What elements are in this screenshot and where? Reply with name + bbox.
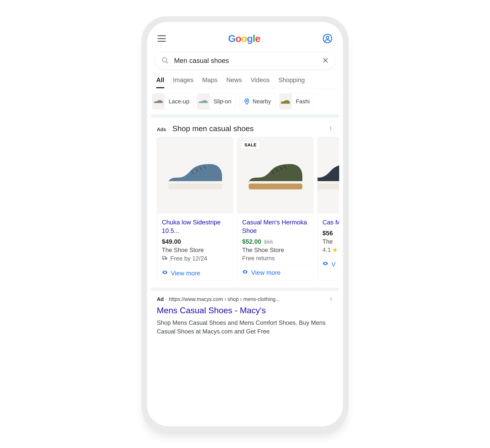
view-more-label: View more	[251, 269, 280, 276]
product-merchant: The Shoe Store	[162, 247, 228, 253]
product-returns: Free returns	[242, 255, 308, 262]
chip-label: Slip-on	[210, 98, 236, 105]
ad-description: Shop Mens Casual Shoes and Mens Comfort …	[157, 318, 333, 336]
chip-thumb-icon	[280, 94, 292, 109]
view-more-button[interactable]: View more	[237, 265, 313, 280]
svg-rect-6	[281, 103, 290, 104]
svg-point-8	[330, 128, 331, 129]
sale-badge: SALE	[241, 141, 260, 149]
screen: Google	[147, 22, 343, 426]
product-title[interactable]: Cas Mer	[323, 218, 339, 226]
product-image: SALE	[237, 137, 313, 213]
chip-label: Lace-up	[165, 98, 193, 105]
phone-frame: Google	[141, 16, 349, 432]
search-icon	[161, 57, 169, 64]
product-price: $49.00	[162, 238, 181, 245]
account-icon[interactable]	[323, 34, 332, 44]
filter-chips: Lace-up Slip-on Nearby	[151, 88, 339, 118]
svg-point-12	[163, 259, 164, 260]
chip-nearby[interactable]: Nearby	[239, 94, 276, 109]
svg-point-9	[330, 129, 331, 130]
shopping-header: Ads · Shop men casual shoes	[151, 118, 339, 137]
product-card[interactable]: Cas Mer $56 The 4.1 ★ V	[317, 137, 339, 281]
search-input[interactable]	[174, 57, 322, 64]
svg-point-16	[245, 271, 245, 272]
view-more-label: View more	[171, 269, 200, 277]
text-ad: Ad · https://www.macys.com › shop › mens…	[151, 291, 339, 336]
product-image	[317, 137, 339, 213]
svg-point-20	[331, 299, 331, 299]
svg-point-5	[246, 100, 247, 102]
tab-shopping[interactable]: Shopping	[278, 76, 305, 88]
eye-icon	[162, 269, 168, 277]
svg-rect-3	[154, 103, 163, 104]
clear-icon[interactable]	[322, 57, 329, 64]
map-pin-icon	[243, 98, 250, 105]
chip-label: Fashi	[292, 98, 314, 105]
menu-icon[interactable]	[158, 35, 166, 42]
google-logo[interactable]: Google	[228, 33, 260, 44]
dot-separator: ·	[166, 296, 167, 302]
star-icon: ★	[332, 246, 338, 253]
tab-videos[interactable]: Videos	[251, 76, 270, 88]
ads-label: Ads	[157, 127, 166, 132]
product-price: $56	[323, 229, 333, 237]
svg-point-21	[331, 300, 331, 301]
search-tabs: All Images Maps News Videos Shopping	[151, 70, 339, 88]
product-card[interactable]: Chuka low Sidestripe 10.5... $49.00 The …	[157, 137, 233, 281]
tab-news[interactable]: News	[226, 76, 242, 88]
chip-fashion[interactable]: Fashi	[279, 94, 314, 109]
svg-point-14	[164, 272, 165, 273]
view-more-label: V	[332, 261, 336, 268]
chip-lace-up[interactable]: Lace-up	[152, 94, 193, 109]
more-options-icon[interactable]	[329, 297, 333, 302]
dot-separator: ·	[168, 127, 170, 132]
more-options-icon[interactable]	[328, 126, 333, 131]
product-merchant: The	[323, 238, 339, 245]
svg-point-1	[326, 36, 329, 39]
ad-url: https://www.macys.com › shop › mens-clot…	[169, 296, 280, 302]
chip-slip-on[interactable]: Slip-on	[197, 94, 236, 109]
shopping-cards: Chuka low Sidestripe 10.5... $49.00 The …	[151, 137, 339, 291]
tab-images[interactable]: Images	[173, 76, 193, 88]
view-more-button[interactable]: V	[317, 257, 339, 272]
chip-thumb-icon	[197, 94, 210, 109]
chip-label: Nearby	[250, 98, 276, 105]
product-shipping: Free by 12/24	[170, 255, 207, 262]
product-merchant: The Shoe Store	[242, 247, 308, 253]
svg-rect-17	[317, 183, 339, 189]
svg-point-18	[325, 263, 326, 264]
product-title[interactable]: Chuka low Sidestripe 10.5...	[162, 218, 228, 235]
shopping-title: Shop men casual shoes	[172, 124, 254, 133]
chip-thumb-icon	[152, 94, 165, 109]
svg-rect-15	[249, 183, 302, 189]
product-title[interactable]: Casual Men's Hermoka Shoe	[242, 218, 308, 235]
product-card[interactable]: SALE Casual Men's Hermoka Shoe $52.00 $5…	[237, 137, 313, 281]
svg-point-19	[331, 297, 331, 298]
svg-point-7	[330, 126, 331, 127]
tab-maps[interactable]: Maps	[202, 76, 218, 88]
product-original-price: $55	[264, 239, 273, 245]
truck-icon	[162, 255, 168, 262]
eye-icon	[323, 260, 328, 268]
svg-rect-4	[199, 103, 208, 104]
svg-rect-11	[162, 256, 165, 259]
product-image	[157, 137, 233, 213]
svg-rect-10	[168, 183, 222, 189]
ad-title[interactable]: Mens Casual Shoes - Macy's	[157, 305, 333, 315]
eye-icon	[242, 269, 248, 276]
header: Google	[151, 29, 339, 47]
ad-badge: Ad	[157, 296, 164, 302]
view-more-button[interactable]: View more	[157, 265, 233, 281]
product-rating: 4.1	[323, 246, 331, 253]
svg-point-13	[166, 259, 166, 260]
search-bar[interactable]	[155, 52, 335, 70]
tab-all[interactable]: All	[156, 76, 164, 88]
product-price: $52.00	[242, 238, 261, 245]
